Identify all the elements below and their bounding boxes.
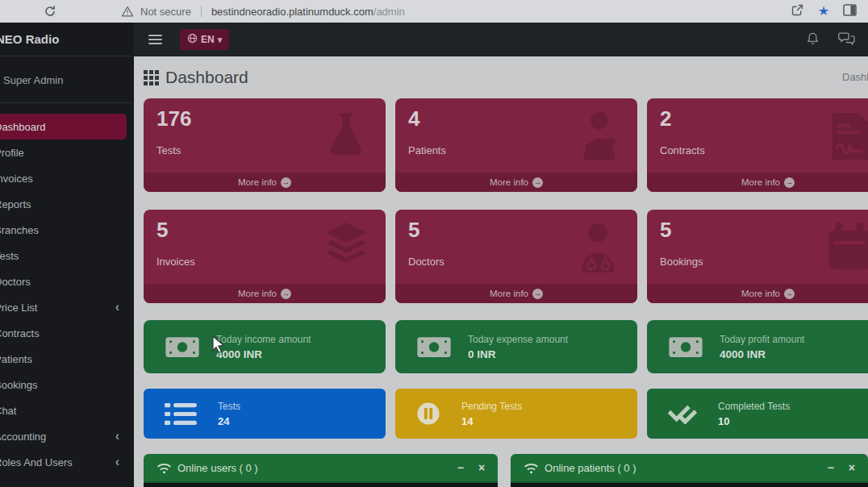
sidebar-item-price-list[interactable]: Price List xyxy=(0,294,134,320)
main-content: Dashboard Dashboard 176 Tests More info … xyxy=(134,56,868,487)
sidebar-item-profile[interactable]: Profile xyxy=(0,139,134,165)
language-label: EN xyxy=(201,34,215,45)
info-box-title: Today profit amount xyxy=(720,334,804,345)
panel-tools xyxy=(828,462,855,473)
address-bar[interactable]: Not secure bestindneoradio.platinumduck.… xyxy=(121,6,791,18)
breadcrumb: Dashboard xyxy=(842,71,868,83)
sidebar-item-roles-and-users[interactable]: Roles And Users xyxy=(0,449,134,475)
url-host: bestindneoradio.platinumduck.com xyxy=(211,6,373,18)
tests-count-box: Tests 24 xyxy=(144,389,386,439)
panel-header: Online users ( 0 ) xyxy=(144,454,498,483)
more-info-link[interactable]: More info xyxy=(144,284,386,303)
today-profit-box: Today profit amount 4000 INR xyxy=(647,320,868,373)
mini-box-value: 24 xyxy=(218,415,240,427)
side-panel-icon[interactable] xyxy=(843,4,857,19)
arrow-circle-right-icon xyxy=(532,177,543,188)
online-patients-panel: Online patients ( 0 ) xyxy=(511,454,868,487)
sidebar-item-bookings[interactable]: Bookings xyxy=(0,372,134,398)
info-box-title: Today income amount xyxy=(216,334,311,345)
navbar-actions xyxy=(807,31,855,48)
share-icon[interactable] xyxy=(791,3,804,20)
flask-icon xyxy=(321,110,371,166)
bell-icon[interactable] xyxy=(807,31,819,48)
today-income-box: Today income amount 4000 INR xyxy=(144,320,386,373)
sidebar-item-accounting[interactable]: Accounting xyxy=(0,423,134,449)
more-info-link[interactable]: More info xyxy=(395,284,637,303)
stat-card-tests: 176 Tests More info xyxy=(144,98,386,192)
sidebar-item-reports[interactable]: Reports xyxy=(0,191,134,217)
chevron-left-icon xyxy=(115,430,119,443)
list-icon xyxy=(165,403,197,425)
mini-box-label: Pending Tests xyxy=(461,401,522,412)
info-box-value: 4000 INR xyxy=(720,348,804,360)
sidebar-item-contracts[interactable]: Contracts xyxy=(0,320,134,346)
brand-logo[interactable]: NEO Radio xyxy=(0,23,134,56)
hamburger-menu-icon[interactable] xyxy=(148,35,162,44)
more-info-link[interactable]: More info xyxy=(647,173,868,192)
security-label[interactable]: Not secure xyxy=(140,6,191,18)
today-expense-box: Today expense amount 0 INR xyxy=(395,320,637,373)
info-box-value: 0 INR xyxy=(468,348,568,360)
bookmark-star-icon[interactable] xyxy=(818,4,829,19)
sidebar: NEO Radio Super Admin Dashboard Profile … xyxy=(0,23,134,487)
more-info-link[interactable]: More info xyxy=(144,173,386,192)
browser-toolbar: Not secure bestindneoradio.platinumduck.… xyxy=(0,0,868,23)
panel-tools xyxy=(457,462,485,473)
close-icon[interactable] xyxy=(478,462,485,473)
warning-icon xyxy=(121,6,134,17)
sidebar-item-chat[interactable]: Chat xyxy=(0,398,134,423)
sidebar-item-tests[interactable]: Tests xyxy=(0,243,134,268)
stat-card-contracts: 2 Contracts More info xyxy=(647,98,868,192)
sidebar-item-invoices[interactable]: Invoices xyxy=(0,165,134,191)
pause-circle-icon xyxy=(416,402,440,426)
chevron-left-icon xyxy=(115,301,119,314)
dashboard-grid-icon xyxy=(144,70,159,85)
doctor-icon xyxy=(573,221,623,277)
more-info-link[interactable]: More info xyxy=(647,284,868,303)
layers-icon xyxy=(321,221,371,274)
money-info-row: Today income amount 4000 INR Today expen… xyxy=(144,320,868,373)
arrow-circle-right-icon xyxy=(281,289,291,299)
close-icon[interactable] xyxy=(849,462,855,473)
injured-patient-icon xyxy=(573,110,623,166)
wifi-icon xyxy=(524,462,539,474)
language-dropdown[interactable]: EN xyxy=(180,29,229,50)
minimize-icon[interactable] xyxy=(828,462,834,473)
minimize-icon[interactable] xyxy=(457,462,464,473)
mouse-cursor xyxy=(211,335,227,356)
arrow-circle-right-icon xyxy=(784,177,795,188)
sidebar-item-doctors[interactable]: Doctors xyxy=(0,268,134,294)
sidebar-item-dashboard[interactable]: Dashboard xyxy=(0,114,127,139)
mini-box-value: 14 xyxy=(461,415,522,427)
sidebar-item-branches[interactable]: Branches xyxy=(0,217,134,243)
chevron-left-icon xyxy=(115,456,119,468)
contract-icon xyxy=(824,110,868,166)
globe-icon xyxy=(187,33,198,46)
sidebar-item-patients[interactable]: Patients xyxy=(0,346,134,372)
page-header: Dashboard xyxy=(144,65,868,90)
panel-title: Online patients ( 0 ) xyxy=(545,462,636,474)
more-info-link[interactable]: More info xyxy=(395,173,637,192)
arrow-circle-right-icon xyxy=(784,289,795,299)
online-panels-row: Online users ( 0 ) Online patients ( 0 ) xyxy=(144,454,868,487)
stat-card-bookings: 5 Bookings More info xyxy=(647,210,868,303)
top-navbar: EN xyxy=(134,23,868,56)
arrow-circle-right-icon xyxy=(532,289,543,299)
mini-box-label: Tests xyxy=(218,401,240,412)
panel-title: Online users ( 0 ) xyxy=(177,462,258,474)
stat-cards-grid: 176 Tests More info 4 Patients xyxy=(144,98,868,303)
arrow-circle-right-icon xyxy=(281,177,291,188)
stat-card-doctors: 5 Doctors More info xyxy=(395,210,637,303)
reload-icon[interactable] xyxy=(44,4,58,19)
money-bill-icon xyxy=(165,335,200,359)
check-double-icon xyxy=(668,403,697,424)
sidebar-user-name[interactable]: Super Admin xyxy=(0,56,134,103)
mini-box-label: Completed Tests xyxy=(718,401,790,412)
panel-body xyxy=(144,483,498,487)
money-bill-icon xyxy=(668,335,703,359)
stat-card-patients: 4 Patients More info xyxy=(395,98,637,192)
wifi-icon xyxy=(156,462,172,474)
address-divider xyxy=(201,6,202,17)
messages-icon[interactable] xyxy=(838,31,855,48)
tests-summary-row: Tests 24 Pending Tests 14 xyxy=(144,389,868,439)
